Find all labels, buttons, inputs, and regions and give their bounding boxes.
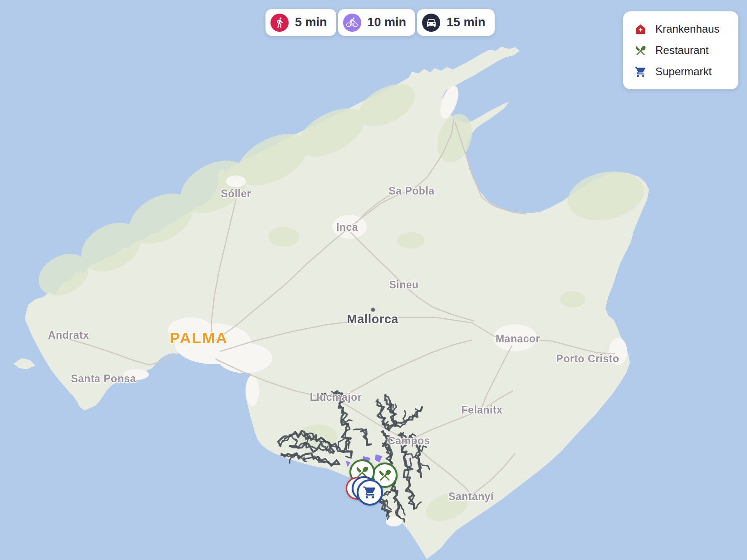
city-label-palma: PALMA <box>170 329 228 347</box>
town-label-inca: Inca <box>336 221 358 234</box>
region-label-mallorca: Mallorca <box>347 312 398 326</box>
map[interactable]: Sóller Sa Pobla Inca Sineu Mallorca Andr… <box>0 0 747 560</box>
travel-time-toolbar: 5 min 10 min 15 min <box>265 9 495 36</box>
car-icon <box>422 14 440 32</box>
restaurant-icon <box>634 44 647 57</box>
town-label-campos: Campos <box>388 435 430 447</box>
region-dot <box>371 308 375 312</box>
legend-label-supermarket: Supermarkt <box>655 65 712 78</box>
town-label-sineu: Sineu <box>389 279 418 291</box>
legend-label-restaurant: Restaurant <box>655 44 708 57</box>
supermarket-icon <box>363 485 377 500</box>
restaurant-icon <box>378 468 392 482</box>
legend-item-restaurant: Restaurant <box>623 44 738 57</box>
town-label-porto-cristo: Porto Cristo <box>556 353 619 365</box>
walk-time-label: 5 min <box>295 15 327 29</box>
town-label-sa-pobla: Sa Pobla <box>388 185 434 197</box>
walking-icon <box>270 14 289 32</box>
town-label-manacor: Manacor <box>496 333 540 345</box>
town-label-santanyi: Santanyí <box>448 491 494 503</box>
legend-label-hospital: Krankenhaus <box>655 23 719 35</box>
town-label-llucmajor: Llucmajor <box>310 391 362 404</box>
legend-item-hospital: Krankenhaus <box>623 23 738 35</box>
supermarket-icon <box>634 66 647 78</box>
bike-time-label: 10 min <box>368 15 407 29</box>
town-label-santa-ponsa: Santa Ponsa <box>71 373 136 385</box>
car-time-chip[interactable]: 15 min <box>417 9 495 36</box>
supermarket-marker[interactable] <box>357 479 383 506</box>
cycling-icon <box>343 14 361 32</box>
car-time-label: 15 min <box>447 15 486 29</box>
walk-time-chip[interactable]: 5 min <box>265 9 336 36</box>
town-label-soller: Sóller <box>221 188 251 200</box>
hospital-icon <box>634 23 647 35</box>
town-label-felanitx: Felanitx <box>462 404 503 416</box>
town-label-andratx: Andratx <box>48 329 89 341</box>
bike-time-chip[interactable]: 10 min <box>338 9 416 36</box>
legend-item-supermarket: Supermarkt <box>623 65 738 78</box>
legend-card: Krankenhaus Restaurant Supermarkt <box>623 11 738 89</box>
